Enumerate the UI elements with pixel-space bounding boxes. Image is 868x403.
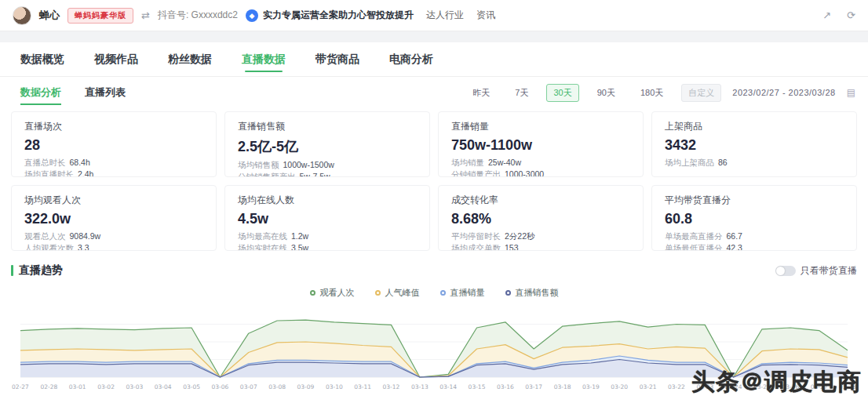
- tab-live-data[interactable]: 直播数据: [242, 42, 286, 77]
- tab-ecommerce-analysis[interactable]: 电商分析: [389, 42, 433, 77]
- card-title: 场均在线人数: [238, 194, 417, 207]
- sub-label: 场均实时在线: [238, 243, 287, 251]
- svg-text:03-08: 03-08: [268, 383, 286, 390]
- svg-text:03-05: 03-05: [183, 383, 200, 390]
- legend-item-views[interactable]: 观看人次: [310, 287, 355, 299]
- svg-text:03-03: 03-03: [126, 383, 143, 390]
- sub-value: 25w-40w: [488, 158, 521, 167]
- card-live-score: 平均带货直播分 60.8 单场最高直播分66.7 单场最低直播分42.3: [651, 185, 857, 251]
- time-filter-group: 昨天 7天 30天 90天 180天 自定义 2023/02/27 - 2023…: [465, 84, 855, 102]
- card-value: 60.8: [665, 211, 844, 227]
- svg-text:03-12: 03-12: [383, 383, 400, 390]
- trend-title: 直播趋势: [19, 263, 63, 278]
- tab-fans-data[interactable]: 粉丝数据: [168, 42, 212, 77]
- svg-text:03-10: 03-10: [326, 383, 343, 390]
- card-value: 3432: [665, 137, 844, 154]
- legend-dot-purple: [505, 290, 511, 296]
- svg-text:03-01: 03-01: [69, 383, 86, 390]
- douyin-id: 抖音号: Gxxxxddc2: [158, 9, 238, 22]
- svg-text:02-28: 02-28: [40, 383, 57, 390]
- svg-text:03-07: 03-07: [240, 383, 257, 390]
- card-conversion-rate: 成交转化率 8.68% 平均停留时长2分22秒 场均成交单数153: [438, 185, 644, 251]
- sub-value: 9084.9w: [70, 231, 101, 241]
- sales-only-toggle[interactable]: [775, 266, 796, 276]
- sub-tab-bar: 数据分析 直播列表 昨天 7天 30天 90天 180天 自定义 2023/02…: [0, 77, 868, 108]
- sub-label: 场均成交单数: [451, 243, 501, 251]
- legend-label: 人气峰值: [385, 287, 420, 299]
- card-avg-views: 场均观看人次 322.0w 观看总人次9084.9w 人均观看次数3.3: [11, 185, 217, 251]
- section-marker: [11, 265, 13, 276]
- filter-90d[interactable]: 90天: [590, 84, 622, 102]
- sub-value: 2.4h: [78, 169, 93, 177]
- trend-section-header: 直播趋势 只看带货直播: [11, 263, 857, 278]
- svg-text:03-27: 03-27: [811, 383, 828, 390]
- legend-item-peak[interactable]: 人气峰值: [375, 287, 420, 299]
- trend-chart[interactable]: 02-2702-2803-0103-0203-0303-0403-0503-06…: [11, 300, 857, 394]
- tab-video-works[interactable]: 视频作品: [94, 42, 138, 77]
- filter-yesterday[interactable]: 昨天: [465, 84, 497, 102]
- sub-label: 场均上架商品: [665, 158, 714, 167]
- subtab-live-list[interactable]: 直播列表: [85, 77, 126, 108]
- sub-label: 场均直播时长: [24, 169, 74, 177]
- sub-value: 3.3: [78, 243, 89, 251]
- tab-data-overview[interactable]: 数据概览: [20, 42, 64, 77]
- card-value: 4.5w: [238, 211, 417, 227]
- card-title: 直播场次: [24, 120, 203, 133]
- card-title: 直播销量: [451, 120, 630, 133]
- sub-value: 153: [505, 243, 519, 251]
- legend-dot-blue: [440, 290, 446, 296]
- top-bar: 蝉心 蝉妈妈豪华版 ⇄ 抖音号: Gxxxxddc2 ◆ 实力专属运营全案助力心…: [0, 0, 868, 31]
- share-icon[interactable]: ↗: [822, 9, 831, 21]
- stat-cards-grid: 直播场次 28 直播总时长68.4h 场均直播时长2.4h 直播销售额 2.5亿…: [11, 111, 857, 251]
- tab-products[interactable]: 带货商品: [315, 42, 359, 77]
- switch-account-icon[interactable]: ⇄: [141, 9, 150, 21]
- card-value: 8.68%: [451, 211, 630, 227]
- svg-text:03-15: 03-15: [469, 383, 486, 390]
- svg-text:03-09: 03-09: [297, 383, 315, 390]
- calendar-icon[interactable]: ▤: [847, 87, 855, 98]
- refresh-icon[interactable]: ⟳: [847, 9, 855, 21]
- filter-7d[interactable]: 7天: [508, 84, 535, 102]
- nav-industry[interactable]: 达人行业: [426, 9, 464, 22]
- svg-text:03-11: 03-11: [354, 383, 371, 390]
- card-title: 直播销售额: [238, 120, 417, 133]
- chart-legend: 观看人次 人气峰值 直播销量 直播销售额: [0, 287, 868, 299]
- date-range[interactable]: 2023/02/27 - 2023/03/28: [732, 88, 835, 97]
- svg-text:03-06: 03-06: [212, 383, 229, 390]
- sub-value: 2分22秒: [505, 231, 535, 241]
- filter-180d[interactable]: 180天: [633, 84, 670, 102]
- trend-chart-area: 02-2702-2803-0103-0203-0303-0403-0503-06…: [11, 300, 857, 398]
- svg-text:03-18: 03-18: [554, 383, 571, 390]
- sub-label: 人均观看次数: [24, 243, 74, 251]
- sub-value: 68.4h: [70, 158, 90, 167]
- svg-text:03-28: 03-28: [839, 383, 856, 390]
- subtab-data-analysis[interactable]: 数据分析: [20, 77, 61, 108]
- card-value: 2.5亿-5亿: [238, 137, 417, 156]
- sales-only-label: 只看带货直播: [801, 264, 857, 278]
- svg-text:03-20: 03-20: [611, 383, 628, 390]
- card-live-sessions: 直播场次 28 直播总时长68.4h 场均直播时长2.4h: [11, 111, 217, 177]
- svg-text:03-04: 03-04: [155, 383, 172, 390]
- legend-item-volume[interactable]: 直播销量: [440, 287, 485, 299]
- svg-text:03-17: 03-17: [525, 383, 542, 390]
- svg-text:03-23: 03-23: [696, 383, 713, 390]
- filter-custom[interactable]: 自定义: [681, 84, 721, 102]
- promo-icon: ◆: [246, 9, 258, 22]
- sub-value: 86: [718, 158, 728, 167]
- svg-text:03-21: 03-21: [640, 383, 657, 390]
- nav-news[interactable]: 资讯: [476, 9, 495, 22]
- legend-item-gmv[interactable]: 直播销售额: [505, 287, 559, 299]
- card-value: 28: [24, 137, 203, 154]
- promo-banner[interactable]: ◆ 实力专属运营全案助力心智投放提升: [246, 9, 414, 22]
- sub-value: 1000-3000: [505, 169, 544, 177]
- card-avg-online: 场均在线人数 4.5w 场均最高在线1.2w 场均实时在线3.5w: [224, 185, 430, 251]
- avatar[interactable]: [13, 6, 31, 25]
- card-title: 平均带货直播分: [665, 194, 844, 207]
- vip-badge: 蝉妈妈豪华版: [67, 8, 133, 24]
- filter-30d[interactable]: 30天: [546, 84, 578, 102]
- svg-text:03-02: 03-02: [97, 383, 115, 390]
- svg-text:03-16: 03-16: [497, 383, 514, 390]
- card-title: 场均观看人次: [24, 194, 203, 207]
- card-title: 成交转化率: [451, 194, 630, 207]
- sub-label: 直播总时长: [24, 158, 66, 167]
